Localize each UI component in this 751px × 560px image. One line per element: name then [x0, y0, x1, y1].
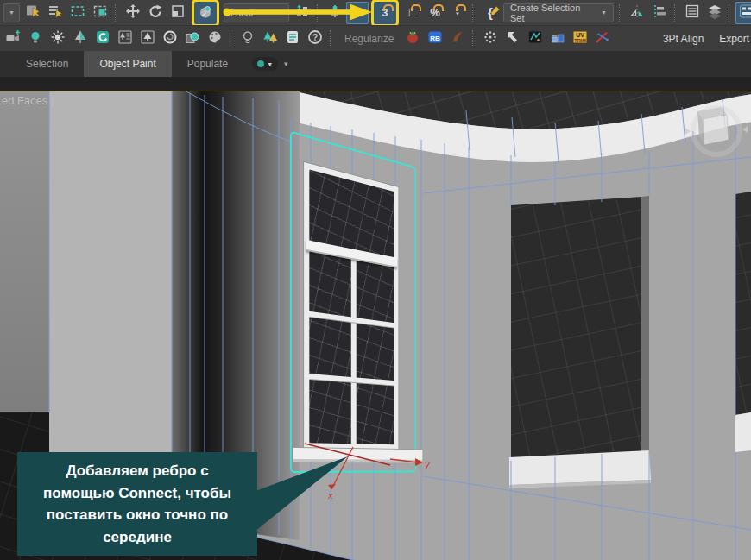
toolbar-separator — [619, 4, 622, 22]
select-by-name-button[interactable] — [44, 2, 66, 24]
plant-library-button[interactable] — [114, 28, 136, 50]
select-and-rotate-button[interactable] — [144, 2, 167, 24]
uv-trim-icon: UVTRIM — [572, 29, 588, 48]
lightbulb-icon — [28, 29, 43, 48]
dotted-gear-icon — [483, 29, 498, 48]
scale-icon — [170, 3, 186, 22]
pier-edge-face — [641, 196, 649, 457]
manipulate-icon — [327, 3, 343, 22]
document-lines-icon — [285, 29, 300, 48]
window-model[interactable] — [298, 140, 436, 466]
plant-object-button[interactable] — [136, 28, 159, 50]
viewport-canvas[interactable]: x y ed Faces ] Добавляем ребро с помощью… — [0, 91, 751, 560]
override-arrow-icon — [350, 3, 365, 22]
magnet-icon — [433, 4, 444, 11]
named-selection-set-dropdown[interactable]: Create Selection Set▼ — [503, 3, 614, 22]
layers-icon — [707, 3, 723, 22]
scene-explorer-button[interactable] — [681, 2, 704, 24]
material-ball-button[interactable] — [181, 28, 204, 50]
annotation-line: Добавляем ребро с — [17, 460, 257, 482]
claw-tool-button[interactable] — [446, 28, 469, 50]
blue-cubes-button[interactable] — [546, 28, 569, 50]
tab-selection[interactable]: Selection — [10, 51, 84, 77]
tab-object-paint[interactable]: Object Paint — [84, 51, 171, 77]
sun-icon — [50, 29, 66, 48]
material-editor-button[interactable] — [204, 28, 226, 50]
toolbar-separator — [472, 4, 476, 22]
select-cursor-icon — [25, 3, 41, 22]
keyboard-shortcut-override-button[interactable] — [346, 2, 369, 24]
export-button[interactable]: Export — [711, 33, 751, 45]
corner-arrow-icon — [505, 29, 521, 48]
select-and-place-button[interactable] — [194, 2, 217, 24]
left-wall-slab — [0, 91, 49, 412]
dotted-gear-button[interactable] — [479, 28, 502, 50]
sunlight-button[interactable] — [47, 28, 69, 50]
select-and-move-button[interactable] — [122, 2, 144, 24]
select-and-scale-button[interactable] — [167, 2, 189, 24]
3pt-align-button[interactable]: 3Pt Align — [655, 33, 711, 45]
ribbon-config-button[interactable]: ▼ — [252, 57, 278, 71]
select-object-button[interactable] — [22, 2, 44, 24]
mirror-button[interactable] — [626, 2, 648, 24]
ribbon-toggle-button[interactable] — [735, 2, 751, 24]
toolbar-flyout-dropdown[interactable]: ▼ — [3, 3, 20, 22]
reference-coordinate-system-dropdown[interactable]: Local▼ — [224, 3, 289, 22]
ribbon-expand-caret[interactable]: ▼ — [282, 60, 289, 68]
sill-far-right — [735, 412, 751, 452]
snaps-toggle-3d-button[interactable]: 3 — [374, 2, 396, 24]
render-setup-button[interactable] — [92, 28, 114, 50]
palette-icon — [207, 29, 223, 48]
align-button[interactable] — [648, 2, 671, 24]
effects-button[interactable] — [159, 28, 181, 50]
tab-populate[interactable]: Populate — [172, 51, 243, 77]
cross-lines-button[interactable] — [591, 28, 614, 50]
corner-arrow-button[interactable] — [502, 28, 524, 50]
rectangular-selection-region-button[interactable] — [66, 2, 89, 24]
edit-named-selection-sets-button[interactable]: { — [479, 2, 502, 24]
claw-icon — [450, 29, 465, 48]
angle-snap-toggle-button[interactable]: ∟ — [401, 2, 424, 24]
svg-text:TRIM: TRIM — [575, 37, 587, 42]
layer-explorer-button[interactable] — [704, 2, 726, 24]
dashed-rectangle-icon — [70, 3, 85, 22]
lightbulb-outline-icon — [240, 29, 256, 48]
notes-button[interactable] — [281, 28, 304, 50]
window-mullion — [350, 260, 356, 444]
secondary-toolbar: ? Regularize RB UVTRIM 3Pt Align Export — [0, 25, 751, 51]
create-light-button[interactable] — [24, 28, 47, 50]
percent-snap-toggle-button[interactable]: % — [424, 2, 446, 24]
viewport-shading-label[interactable]: ed Faces ] — [2, 94, 54, 107]
window-lower-sash — [309, 252, 394, 445]
toolbar-separator — [317, 4, 320, 22]
ribbon-grid-icon — [739, 3, 751, 22]
window-crossing-toggle-button[interactable] — [89, 2, 111, 24]
spinner-snap-toggle-button[interactable] — [446, 2, 469, 24]
regularize-button[interactable]: Regularize — [337, 33, 401, 45]
select-by-name-icon — [47, 3, 63, 22]
magnet-icon — [456, 4, 466, 11]
svg-text:RB: RB — [431, 34, 441, 41]
use-pivot-point-center-button[interactable] — [291, 2, 313, 24]
light-lister-button[interactable] — [237, 28, 259, 50]
teal-dot-icon — [257, 60, 264, 67]
pivot-center-icon — [294, 3, 310, 22]
swirl-ring-icon — [162, 29, 178, 48]
help-button[interactable]: ? — [304, 28, 326, 50]
plugin-tomato-button[interactable] — [401, 28, 424, 50]
uv-trim-button[interactable]: UVTRIM — [569, 28, 591, 50]
3dsmax-window: ▼ Local▼ 3 ∟ % { Create Selection Set▼ — [0, 0, 751, 560]
annotation-line: поставить окно точно по — [17, 504, 257, 526]
toolbar-separator — [674, 4, 678, 22]
mirror-icon — [629, 3, 645, 22]
railclone-button[interactable]: RB — [424, 28, 446, 50]
pencil-icon — [490, 3, 500, 19]
foliage-button[interactable] — [69, 28, 92, 50]
window-opening-far-right — [735, 192, 751, 415]
dark-utility-button[interactable] — [524, 28, 546, 50]
select-and-manipulate-button[interactable] — [324, 2, 346, 24]
create-camera-button[interactable] — [2, 28, 24, 50]
tree-list-icon — [117, 29, 133, 48]
forest-pack-button[interactable] — [259, 28, 281, 50]
layer-ball-icon — [185, 29, 200, 48]
